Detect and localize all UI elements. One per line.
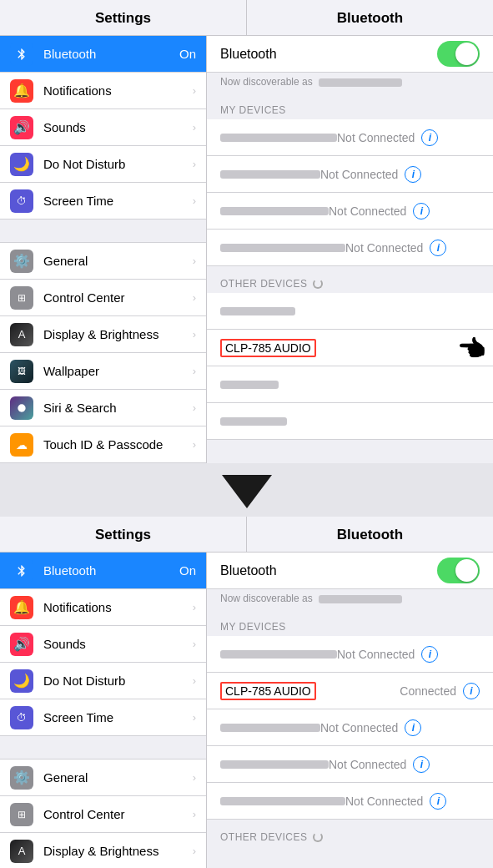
info-icon-2-4[interactable]: i [413, 756, 430, 773]
device-name-blur-1-2 [220, 170, 320, 179]
down-arrow-icon [222, 475, 272, 508]
device-row-1-3[interactable]: Not Connected i [207, 193, 493, 230]
my-devices-header-1: MY DEVICES [207, 99, 493, 119]
info-icon-2-1[interactable]: i [421, 646, 438, 663]
notifications-icon-2: 🔔 [10, 596, 33, 619]
device-row-1-4[interactable]: Not Connected i [207, 230, 493, 266]
sidebar-item-sounds-1[interactable]: 🔊 Sounds › [0, 109, 206, 146]
device-name-blur-1-4 [220, 244, 345, 252]
sidebar-item-notifications-2[interactable]: 🔔 Notifications › [0, 589, 206, 626]
app-screen: Settings Bluetooth Bluetooth On [0, 0, 493, 868]
dnd-label-1: Do Not Disturb [43, 157, 189, 171]
display-icon-2: A [10, 840, 33, 863]
sidebar-item-dnd-2[interactable]: 🌙 Do Not Disturb › [0, 663, 206, 699]
discoverable-name-1 [319, 78, 402, 87]
info-icon-2-2[interactable]: i [463, 683, 480, 699]
device-name-blur-1-3 [220, 207, 329, 215]
sidebar-item-bluetooth-1[interactable]: Bluetooth On [0, 36, 206, 73]
chevron-2: › [193, 121, 196, 134]
gap-2 [207, 266, 493, 273]
bluetooth-label-1: Bluetooth [43, 47, 176, 61]
chevron-1: › [193, 84, 196, 97]
device-status-2-1: Not Connected [337, 648, 415, 661]
device-status-1-4: Not Connected [345, 241, 423, 255]
device-status-1-1: Not Connected [337, 131, 415, 144]
touchid-label-1: Touch ID & Passcode [43, 437, 189, 452]
settings-header-2: Settings [0, 517, 247, 552]
sidebar-item-screentime-2[interactable]: ⏱ Screen Time › [0, 699, 206, 736]
chevron-4: › [193, 194, 196, 207]
device-row-2-2[interactable]: CLP-785 AUDIO Connected i [207, 673, 493, 709]
device-status-2-2: Connected [400, 684, 456, 698]
info-icon-2-5[interactable]: i [430, 793, 446, 810]
bluetooth-badge-1: On [179, 47, 196, 61]
dnd-icon-2: 🌙 [10, 669, 33, 693]
info-icon-1-3[interactable]: i [413, 203, 430, 220]
device-status-2-3: Not Connected [320, 721, 398, 734]
bluetooth-toggle-2[interactable] [437, 558, 480, 583]
discoverable-row-1: Now discoverable as [207, 73, 493, 93]
bluetooth-panel-2: Bluetooth Now discoverable as MY DEVICES [207, 553, 493, 868]
device-status-2-4: Not Connected [329, 758, 406, 771]
clp-device-name-2[interactable]: CLP-785 AUDIO [220, 682, 316, 700]
sidebar-item-display-1[interactable]: A Display & Brightness › [0, 316, 206, 353]
display-icon-1: A [10, 323, 33, 346]
bluetooth-toggle-1[interactable] [437, 41, 480, 67]
sidebar-item-notifications-1[interactable]: 🔔 Notifications › [0, 73, 206, 109]
sidebar-item-display-2[interactable]: A Display & Brightness › [0, 833, 206, 868]
bluetooth-icon-1 [10, 43, 33, 66]
sidebar-item-general-1[interactable]: ⚙️ General › [0, 243, 206, 280]
device-row-2-4[interactable]: Not Connected i [207, 746, 493, 783]
sidebar-item-touchid-1[interactable]: ☁ Touch ID & Passcode › [0, 426, 206, 463]
spinner-1 [313, 279, 323, 289]
device-status-1-2: Not Connected [320, 168, 398, 181]
bluetooth-toggle-row-1[interactable]: Bluetooth [207, 36, 493, 73]
info-icon-1-4[interactable]: i [430, 240, 446, 256]
toggle-knob-2 [455, 559, 478, 582]
device-row-2-3[interactable]: Not Connected i [207, 709, 493, 746]
bluetooth-toggle-label-1: Bluetooth [220, 47, 437, 62]
device-row-1-2[interactable]: Not Connected i [207, 156, 493, 193]
sidebar-item-general-2[interactable]: ⚙️ General › [0, 760, 206, 796]
sidebar-item-bluetooth-2[interactable]: Bluetooth On [0, 553, 206, 589]
sidebar-item-wallpaper-1[interactable]: 🖼 Wallpaper › [0, 353, 206, 390]
device-row-1-1[interactable]: Not Connected i [207, 119, 493, 156]
discoverable-prefix-1: Now discoverable as [220, 76, 313, 88]
content-row-2: Bluetooth On 🔔 Notifications › 🔊 Sounds … [0, 553, 493, 868]
display-label-2: Display & Brightness [43, 844, 189, 858]
sounds-label-2: Sounds [43, 637, 189, 651]
discoverable-row-2: Now discoverable as [207, 589, 493, 609]
device-row-2-1[interactable]: Not Connected i [207, 636, 493, 673]
sidebar-item-controlcenter-1[interactable]: ⊞ Control Center › [0, 280, 206, 316]
other-device-name-blur-1-1 [220, 307, 295, 315]
general-icon-2: ⚙️ [10, 766, 33, 790]
gap-3 [207, 609, 493, 616]
notifications-label-1: Notifications [43, 83, 189, 98]
sidebar-item-controlcenter-2[interactable]: ⊞ Control Center › [0, 796, 206, 833]
sidebar-item-screentime-1[interactable]: ⏱ Screen Time › [0, 183, 206, 220]
display-label-1: Display & Brightness [43, 327, 189, 341]
info-icon-2-3[interactable]: i [405, 719, 421, 736]
chevron-6: › [193, 291, 196, 304]
device-status-2-5: Not Connected [345, 795, 423, 808]
spinner-2 [313, 832, 323, 842]
bluetooth-toggle-label-2: Bluetooth [220, 563, 437, 578]
info-icon-1-2[interactable]: i [405, 166, 421, 183]
other-device-row-1-2[interactable]: CLP-785 AUDIO 👈 [207, 330, 493, 366]
sidebar-item-dnd-1[interactable]: 🌙 Do Not Disturb › [0, 146, 206, 183]
siri-label-1: Siri & Search [43, 401, 189, 415]
sidebar-item-sounds-2[interactable]: 🔊 Sounds › [0, 626, 206, 663]
header-bar-2: Settings Bluetooth [0, 517, 493, 553]
info-icon-1-1[interactable]: i [421, 129, 438, 146]
device-name-blur-2-4 [220, 760, 329, 769]
other-device-row-1-3[interactable] [207, 366, 493, 403]
general-label-2: General [43, 770, 189, 785]
screentime-label-2: Screen Time [43, 710, 189, 724]
other-device-row-1-1[interactable] [207, 293, 493, 330]
controlcenter-label-1: Control Center [43, 290, 189, 305]
clp-device-name-1[interactable]: CLP-785 AUDIO [220, 339, 316, 357]
bluetooth-toggle-row-2[interactable]: Bluetooth [207, 553, 493, 589]
device-row-2-5[interactable]: Not Connected i [207, 783, 493, 820]
sidebar-item-siri-1[interactable]: Siri & Search › [0, 390, 206, 426]
other-device-row-1-4[interactable] [207, 403, 493, 440]
